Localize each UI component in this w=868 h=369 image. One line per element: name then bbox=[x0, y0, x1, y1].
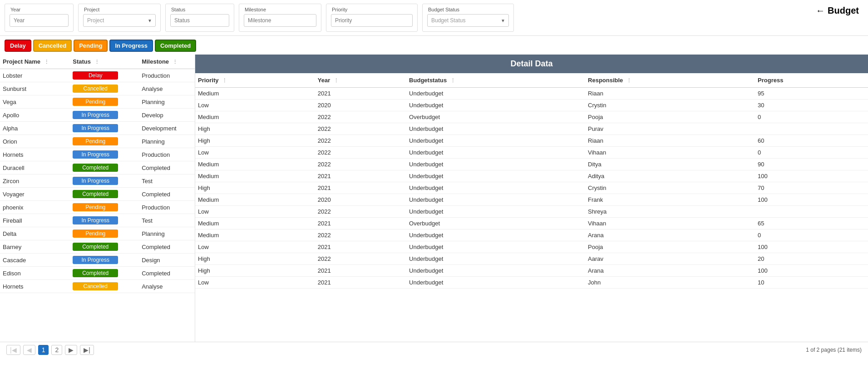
cell-milestone: Production bbox=[139, 69, 195, 82]
table-row[interactable]: High 2022 Underbudget Riaan 60 bbox=[195, 135, 868, 147]
year-input[interactable] bbox=[10, 14, 69, 27]
badge-pending[interactable]: Pending bbox=[74, 40, 108, 52]
cell-year: 2022 bbox=[315, 147, 406, 159]
cell-responsible: Crystin bbox=[585, 100, 755, 111]
cell-progress: 100 bbox=[755, 170, 863, 182]
table-row[interactable]: phoenix Pending Production bbox=[0, 201, 195, 214]
cell-budgetstatus: Underbudget bbox=[406, 182, 585, 194]
table-row[interactable]: Orion Pending Planning bbox=[0, 135, 195, 148]
table-row[interactable]: Sunburst Cancelled Analyse bbox=[0, 82, 195, 95]
status-badge: Completed bbox=[73, 190, 118, 198]
cell-budgetstatus: Underbudget bbox=[406, 253, 585, 265]
table-row[interactable]: Low 2022 Underbudget Vihaan 0 bbox=[195, 147, 868, 159]
page-first-btn[interactable]: |◀ bbox=[6, 345, 20, 355]
cell-budgetstatus: Underbudget bbox=[406, 277, 585, 289]
page-2-btn[interactable]: 2 bbox=[51, 345, 62, 355]
table-row[interactable]: Lobster Delay Production bbox=[0, 69, 195, 82]
table-row[interactable]: Low 2021 Underbudget John 10 bbox=[195, 277, 868, 289]
status-badge: Pending bbox=[73, 98, 118, 106]
left-table: Project Name ⋮ Status ⋮ Milestone ⋮ Lobs… bbox=[0, 55, 195, 293]
cell-budgetstatus: Underbudget bbox=[406, 206, 585, 218]
cell-project: Delta bbox=[0, 227, 70, 240]
budgetstatus-select[interactable]: Budget Status bbox=[427, 14, 509, 27]
cell-milestone: Production bbox=[139, 148, 195, 161]
cell-priority: Medium bbox=[195, 229, 315, 241]
col-milestone[interactable]: Milestone ⋮ bbox=[139, 55, 195, 69]
table-row[interactable]: Delta Pending Planning bbox=[0, 227, 195, 240]
table-row[interactable]: Duracell Completed Completed bbox=[0, 161, 195, 175]
cell-year: 2022 bbox=[315, 229, 406, 241]
table-row[interactable]: Hornets In Progress Production bbox=[0, 148, 195, 161]
cell-budgetstatus: Underbudget bbox=[406, 135, 585, 147]
table-row[interactable]: Vega Pending Planning bbox=[0, 95, 195, 109]
col-priority[interactable]: Priority ⋮ bbox=[195, 73, 315, 88]
project-select[interactable]: Project bbox=[83, 14, 156, 27]
col-year[interactable]: Year ⋮ bbox=[315, 73, 406, 88]
table-row[interactable]: Voyager Completed Completed bbox=[0, 188, 195, 201]
table-row[interactable]: Low 2022 Underbudget Shreya bbox=[195, 206, 868, 218]
page-last-btn[interactable]: ▶| bbox=[80, 345, 94, 355]
page-prev-btn[interactable]: ◀ bbox=[23, 345, 35, 355]
table-row[interactable]: Zircon In Progress Test bbox=[0, 175, 195, 188]
cell-responsible: Arana bbox=[585, 229, 755, 241]
table-row[interactable]: High 2022 Underbudget Purav bbox=[195, 123, 868, 135]
col-responsible[interactable]: Responsible ⋮ bbox=[585, 73, 755, 88]
cell-status: In Progress bbox=[70, 214, 139, 227]
table-row[interactable]: Medium 2021 Overbudget Vihaan 65 bbox=[195, 218, 868, 229]
col-status[interactable]: Status ⋮ bbox=[70, 55, 139, 69]
table-row[interactable]: Low 2021 Underbudget Pooja 100 bbox=[195, 241, 868, 253]
cell-responsible: Ditya bbox=[585, 159, 755, 170]
status-badge: In Progress bbox=[73, 216, 118, 224]
cell-project: Edison bbox=[0, 267, 70, 280]
cell-year: 2022 bbox=[315, 206, 406, 218]
page-next-btn[interactable]: ▶ bbox=[65, 345, 77, 355]
priority-input[interactable] bbox=[331, 14, 413, 27]
col-progress[interactable]: Progress bbox=[755, 73, 863, 88]
cell-budgetstatus: Overbudget bbox=[406, 111, 585, 123]
cell-priority: Medium bbox=[195, 194, 315, 206]
table-row[interactable]: Fireball In Progress Test bbox=[0, 214, 195, 227]
cell-project: Duracell bbox=[0, 161, 70, 175]
table-row[interactable]: Medium 2021 Underbudget Aditya 100 bbox=[195, 170, 868, 182]
cell-year: 2021 bbox=[315, 265, 406, 277]
table-row[interactable]: Medium 2022 Underbudget Ditya 90 bbox=[195, 159, 868, 170]
milestone-input[interactable] bbox=[244, 14, 316, 27]
left-scroll[interactable]: Project Name ⋮ Status ⋮ Milestone ⋮ Lobs… bbox=[0, 55, 195, 342]
cell-responsible: Riaan bbox=[585, 88, 755, 100]
badge-delay[interactable]: Delay bbox=[5, 40, 31, 52]
table-row[interactable]: Low 2020 Underbudget Crystin 30 bbox=[195, 100, 868, 111]
badge-inprogress[interactable]: In Progress bbox=[109, 40, 153, 52]
table-row[interactable]: Medium 2022 Underbudget Arana 0 bbox=[195, 229, 868, 241]
col-budgetstatus[interactable]: Budgetstatus ⋮ bbox=[406, 73, 585, 88]
table-row[interactable]: Medium 2021 Underbudget Riaan 95 bbox=[195, 88, 868, 100]
table-row[interactable]: Cascade In Progress Design bbox=[0, 254, 195, 267]
table-row[interactable]: High 2021 Underbudget Crystin 70 bbox=[195, 182, 868, 194]
cell-milestone: Completed bbox=[139, 188, 195, 201]
table-row[interactable]: High 2022 Underbudget Aarav 20 bbox=[195, 253, 868, 265]
status-input[interactable] bbox=[170, 14, 229, 27]
project-filter-group: Project Project ▼ bbox=[78, 4, 161, 32]
main-content: Project Name ⋮ Status ⋮ Milestone ⋮ Lobs… bbox=[0, 55, 868, 342]
col-project-name[interactable]: Project Name ⋮ bbox=[0, 55, 70, 69]
budget-label: Budget bbox=[828, 5, 859, 16]
table-row[interactable]: Barney Completed Completed bbox=[0, 240, 195, 254]
table-row[interactable]: Medium 2022 Overbudget Pooja 0 bbox=[195, 111, 868, 123]
badge-completed[interactable]: Completed bbox=[155, 40, 196, 52]
table-row[interactable]: Hornets Cancelled Analyse bbox=[0, 280, 195, 293]
budget-button[interactable]: ← Budget bbox=[811, 4, 863, 18]
detail-scroll[interactable]: Priority ⋮ Year ⋮ Budgetstatus ⋮ Respons… bbox=[195, 73, 868, 342]
table-row[interactable]: Alpha In Progress Development bbox=[0, 122, 195, 135]
table-row[interactable]: High 2021 Underbudget Arana 100 bbox=[195, 265, 868, 277]
status-badge: In Progress bbox=[73, 150, 118, 159]
cell-milestone: Test bbox=[139, 214, 195, 227]
status-badge: Pending bbox=[73, 229, 118, 238]
table-row[interactable]: Apollo In Progress Develop bbox=[0, 109, 195, 122]
badge-cancelled[interactable]: Cancelled bbox=[33, 40, 72, 52]
table-row[interactable]: Edison Completed Completed bbox=[0, 267, 195, 280]
cell-status: Pending bbox=[70, 227, 139, 240]
table-row[interactable]: Medium 2020 Underbudget Frank 100 bbox=[195, 194, 868, 206]
cell-year: 2021 bbox=[315, 88, 406, 100]
cell-project: Cascade bbox=[0, 254, 70, 267]
page-1-btn[interactable]: 1 bbox=[38, 345, 49, 355]
cell-progress: 0 bbox=[755, 229, 863, 241]
